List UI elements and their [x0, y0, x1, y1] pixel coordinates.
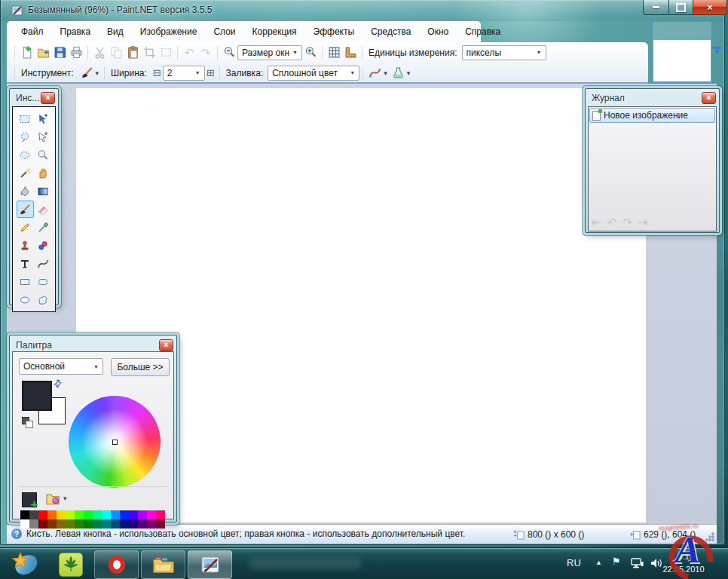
palette-swatch[interactable]	[75, 519, 84, 528]
blend-mode-button[interactable]: ▾	[366, 66, 390, 80]
tools-close-button[interactable]: ×	[41, 92, 55, 104]
explorer-taskbar-button[interactable]	[141, 550, 185, 579]
palette-menu-button[interactable]: ▾	[44, 491, 67, 506]
menu-item[interactable]: Окно	[419, 22, 457, 42]
ruler-toggle-button[interactable]	[342, 44, 359, 61]
width-decrease-button[interactable]: ⊟	[153, 67, 161, 78]
maximize-button[interactable]	[669, 0, 693, 15]
palette-swatch[interactable]	[20, 519, 29, 528]
menu-item[interactable]: Изображение	[132, 22, 206, 42]
primary-color-swatch[interactable]	[22, 381, 52, 411]
tool-pan[interactable]	[35, 164, 52, 182]
palette-swatch[interactable]	[111, 519, 120, 528]
color-mode-combo[interactable]: Основной ▼	[19, 358, 103, 375]
image-list-thumbnail[interactable]	[653, 22, 711, 82]
opera-taskbar-button[interactable]	[94, 550, 139, 579]
close-button[interactable]: ×	[693, 0, 727, 15]
palette-swatch[interactable]	[20, 510, 29, 519]
palette-swatch[interactable]	[129, 519, 138, 528]
palette-swatch[interactable]	[102, 519, 111, 528]
more-button[interactable]: Больше >>	[111, 358, 170, 376]
palette-swatch[interactable]	[47, 510, 57, 519]
menu-item[interactable]: Правка	[52, 22, 99, 42]
action-center-flag-icon[interactable]: ⚑	[612, 556, 621, 567]
tool-clone-stamp[interactable]	[17, 237, 34, 254]
zoom-out-button[interactable]	[221, 44, 237, 61]
tool-color-picker[interactable]	[35, 219, 52, 236]
leaf-app-button[interactable]	[59, 553, 83, 577]
units-combo[interactable]: пикселы ▼	[462, 45, 546, 60]
swap-colors-button[interactable]: ⇄	[50, 376, 64, 390]
width-increase-button[interactable]: ⊞	[206, 67, 215, 78]
tool-lasso-select[interactable]	[17, 128, 34, 146]
crop-button[interactable]	[141, 44, 158, 61]
fill-style-combo[interactable]: Сплошной цвет ▼	[268, 66, 359, 81]
palette-swatch[interactable]	[38, 510, 47, 519]
palette-swatch[interactable]	[120, 519, 129, 528]
grid-toggle-button[interactable]	[326, 44, 342, 61]
tool-move-selection[interactable]	[35, 128, 52, 146]
palette-swatch[interactable]	[102, 510, 111, 519]
palette-swatch[interactable]	[93, 510, 102, 519]
palette-close-button[interactable]: ×	[159, 339, 173, 351]
network-icon[interactable]	[630, 557, 644, 569]
palette-window-titlebar[interactable]: Палитра ×	[10, 335, 176, 353]
palette-swatch[interactable]	[138, 519, 147, 528]
add-color-button[interactable]	[22, 492, 37, 507]
tool-rectangle-select[interactable]	[17, 110, 34, 127]
tool-magic-wand[interactable]	[17, 164, 34, 182]
undo-button[interactable]: ↶	[181, 44, 197, 61]
current-tool-button[interactable]: ▾	[78, 66, 102, 80]
palette-swatch[interactable]	[75, 510, 84, 519]
palette-swatch[interactable]	[120, 510, 129, 519]
palette-swatch[interactable]	[29, 519, 38, 528]
print-button[interactable]	[68, 44, 84, 61]
history-window-titlebar[interactable]: Журнал ×	[586, 89, 719, 106]
tool-ellipse-select[interactable]	[17, 146, 34, 164]
menu-item[interactable]: Вид	[99, 22, 132, 42]
zoom-level-combo[interactable]: Размер окна ▼	[237, 45, 302, 60]
palette-swatch[interactable]	[29, 510, 38, 519]
color-wheel-selector[interactable]	[112, 440, 118, 445]
palette-swatch[interactable]	[138, 510, 147, 519]
palette-swatch[interactable]	[147, 510, 156, 519]
palette-swatch[interactable]	[66, 519, 75, 528]
palette-swatch[interactable]	[47, 519, 57, 528]
color-wheel[interactable]	[69, 396, 161, 488]
tool-eraser[interactable]	[35, 201, 52, 218]
zoom-in-button[interactable]	[302, 44, 319, 61]
width-combo[interactable]: 2 ▼	[163, 66, 205, 81]
history-item[interactable]: Новое изображение	[589, 108, 715, 123]
start-button[interactable]	[9, 550, 39, 578]
menu-item[interactable]: Слои	[205, 22, 243, 42]
paintnet-taskbar-button[interactable]	[188, 550, 232, 579]
menu-item[interactable]: Файл	[13, 22, 52, 42]
tool-pencil[interactable]	[17, 219, 34, 236]
cut-button[interactable]	[91, 44, 108, 61]
menu-item[interactable]: Эффекты	[305, 22, 363, 42]
tool-paintbrush[interactable]	[17, 201, 34, 218]
palette-swatch[interactable]	[66, 510, 75, 519]
menu-item[interactable]: Справка	[457, 22, 509, 42]
tool-paint-bucket[interactable]	[17, 182, 34, 200]
tools-window-titlebar[interactable]: Инс... ×	[10, 89, 58, 106]
menu-item[interactable]: Средства	[362, 22, 419, 42]
antialiasing-button[interactable]: ▾	[390, 66, 413, 80]
palette-swatch[interactable]	[93, 519, 102, 528]
history-redo-button[interactable]: ↷	[622, 216, 632, 229]
image-list-chevron-button[interactable]: ▼	[712, 47, 722, 55]
save-button[interactable]	[51, 44, 68, 61]
language-indicator[interactable]: RU	[567, 557, 581, 568]
tool-rectangle[interactable]	[17, 273, 34, 290]
history-undo-button[interactable]: ↶	[607, 216, 617, 229]
taskbar-clock[interactable]: 8:1 22.05.2010	[651, 550, 716, 576]
palette-swatch[interactable]	[129, 510, 138, 519]
palette-swatch[interactable]	[156, 510, 165, 519]
tool-text[interactable]	[17, 255, 34, 272]
new-file-button[interactable]	[18, 44, 35, 61]
open-file-button[interactable]	[35, 44, 51, 61]
deselect-button[interactable]	[158, 44, 174, 61]
tool-zoom[interactable]	[35, 146, 52, 164]
tool-freeform-shape[interactable]	[35, 291, 52, 308]
palette-swatch[interactable]	[111, 510, 120, 519]
